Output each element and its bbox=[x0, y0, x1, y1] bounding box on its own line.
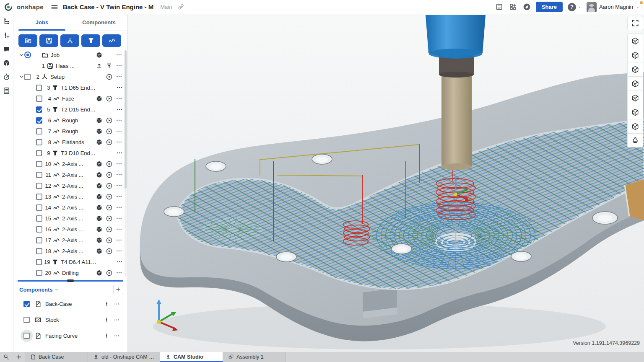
stock-sim-icon[interactable] bbox=[96, 139, 103, 146]
component-visibility-checkbox[interactable] bbox=[23, 317, 30, 323]
sim-cube-icon[interactable] bbox=[3, 59, 10, 67]
components-section-toggle[interactable]: Components bbox=[19, 287, 59, 293]
row-menu-button[interactable] bbox=[116, 84, 123, 91]
row-checkbox[interactable] bbox=[36, 106, 42, 113]
main-menu-icon[interactable] bbox=[50, 3, 59, 11]
row-checkbox[interactable] bbox=[36, 172, 42, 178]
component-visibility-checkbox[interactable] bbox=[23, 301, 30, 307]
simulate-play-button[interactable] bbox=[106, 160, 113, 168]
row-checkbox[interactable] bbox=[36, 215, 42, 222]
row-menu-button[interactable] bbox=[116, 237, 122, 243]
add-component-button[interactable] bbox=[113, 285, 123, 294]
document-tab-back-case[interactable]: Back Case bbox=[25, 352, 88, 362]
post-processor-button[interactable] bbox=[39, 34, 58, 47]
row-menu-button[interactable] bbox=[116, 62, 122, 69]
post-process-button[interactable] bbox=[96, 62, 103, 70]
row-checkbox[interactable] bbox=[36, 237, 42, 243]
chevron-down-icon[interactable] bbox=[18, 52, 24, 58]
new-tool-button[interactable] bbox=[81, 34, 100, 47]
stock-sim-icon[interactable] bbox=[96, 160, 103, 168]
stock-sim-icon[interactable] bbox=[96, 193, 103, 200]
row-menu-button[interactable] bbox=[116, 226, 122, 233]
job-tree-row[interactable]: 2Setup bbox=[13, 71, 124, 82]
job-tree-row[interactable]: 152-Axis ... bbox=[13, 213, 124, 224]
job-tree-row[interactable]: Job bbox=[13, 49, 124, 60]
new-setup-button[interactable] bbox=[60, 34, 79, 47]
stock-sim-icon[interactable] bbox=[96, 237, 103, 244]
view-preset-7-button[interactable] bbox=[627, 119, 643, 133]
row-checkbox[interactable] bbox=[36, 183, 42, 189]
comment-icon[interactable] bbox=[3, 45, 10, 53]
tab-jobs[interactable]: Jobs bbox=[13, 14, 70, 31]
row-menu-button[interactable] bbox=[116, 204, 122, 211]
job-tree-row[interactable]: 102-Axis ... bbox=[13, 158, 124, 169]
tab-components[interactable]: Components bbox=[70, 14, 127, 31]
row-menu-button[interactable] bbox=[116, 269, 122, 276]
row-checkbox[interactable] bbox=[24, 74, 31, 80]
config-add-icon[interactable] bbox=[3, 31, 10, 39]
simulate-play-button[interactable] bbox=[106, 117, 113, 124]
row-menu-button[interactable] bbox=[116, 215, 122, 222]
row-menu-button[interactable] bbox=[116, 171, 122, 178]
op-tree-icon[interactable] bbox=[3, 18, 10, 26]
view-preset-3-button[interactable] bbox=[627, 62, 643, 76]
row-menu-button[interactable] bbox=[116, 106, 123, 113]
simulate-play-button[interactable] bbox=[106, 269, 113, 277]
stock-sim-icon[interactable] bbox=[96, 248, 103, 255]
simulate-play-button[interactable] bbox=[106, 193, 113, 200]
row-checkbox[interactable] bbox=[36, 259, 42, 265]
component-row[interactable]: Stock bbox=[13, 312, 127, 328]
simulate-play-button[interactable] bbox=[106, 248, 113, 255]
simulate-play-button[interactable] bbox=[106, 95, 113, 102]
row-menu-button[interactable] bbox=[116, 150, 123, 156]
row-menu-button[interactable] bbox=[116, 259, 123, 265]
share-button[interactable]: Share bbox=[536, 2, 563, 12]
job-tree-row[interactable]: 162-Axis ... bbox=[13, 224, 124, 235]
new-tab-button[interactable] bbox=[13, 352, 25, 362]
new-toolpath-button[interactable] bbox=[102, 34, 121, 47]
panel-split-divider[interactable] bbox=[18, 280, 123, 282]
view-preset-4-button[interactable] bbox=[627, 76, 643, 90]
row-checkbox[interactable] bbox=[36, 194, 42, 200]
timer-icon[interactable] bbox=[3, 73, 10, 81]
row-menu-button[interactable] bbox=[116, 248, 122, 254]
component-row[interactable]: Back-Case bbox=[13, 296, 127, 312]
component-visibility-checkbox[interactable] bbox=[23, 333, 30, 339]
stock-sim-icon[interactable] bbox=[96, 128, 103, 135]
doc-list-icon[interactable] bbox=[495, 3, 503, 11]
job-tree-row[interactable]: 112-Axis ... bbox=[13, 169, 124, 180]
simulate-play-button[interactable] bbox=[106, 215, 113, 222]
stock-sim-icon[interactable] bbox=[96, 95, 103, 102]
row-checkbox[interactable] bbox=[36, 117, 42, 124]
stock-sim-icon[interactable] bbox=[96, 171, 103, 178]
row-menu-button[interactable] bbox=[116, 117, 122, 124]
row-menu-button[interactable] bbox=[114, 333, 120, 339]
tree-scrollbar[interactable] bbox=[125, 50, 127, 277]
row-checkbox[interactable] bbox=[36, 139, 42, 145]
stock-sim-icon[interactable] bbox=[96, 226, 103, 233]
stock-sim-icon[interactable] bbox=[96, 215, 103, 222]
row-menu-button[interactable] bbox=[114, 301, 120, 307]
job-radio[interactable] bbox=[24, 52, 31, 58]
component-row[interactable]: Facing Curve bbox=[13, 328, 127, 344]
view-preset-5-button[interactable] bbox=[627, 90, 643, 105]
row-checkbox[interactable] bbox=[36, 204, 42, 211]
simulate-play-button[interactable] bbox=[106, 171, 113, 178]
simulate-play-button[interactable] bbox=[106, 139, 113, 146]
notes-icon[interactable] bbox=[3, 87, 10, 95]
job-tree-row[interactable]: 1Haas ... bbox=[13, 60, 124, 71]
opacity-slider-icon[interactable] bbox=[104, 333, 110, 339]
row-checkbox[interactable] bbox=[36, 96, 42, 102]
job-tree-row[interactable]: 20Drilling bbox=[13, 267, 124, 278]
job-tree-row[interactable]: 8Flatlands bbox=[13, 137, 124, 147]
divider-grip[interactable] bbox=[67, 279, 74, 282]
job-tree-row[interactable]: 9T3 D10 End Mill bbox=[13, 147, 124, 158]
row-menu-button[interactable] bbox=[116, 182, 122, 189]
search-tabs-button[interactable] bbox=[0, 352, 13, 362]
job-tree-row[interactable]: 7Rough bbox=[13, 126, 124, 137]
row-checkbox[interactable] bbox=[36, 150, 42, 156]
stock-sim-icon[interactable] bbox=[96, 52, 103, 59]
apps-plus-icon[interactable] bbox=[509, 3, 517, 11]
stock-sim-icon[interactable] bbox=[96, 182, 103, 189]
simulate-play-button[interactable] bbox=[106, 182, 113, 189]
